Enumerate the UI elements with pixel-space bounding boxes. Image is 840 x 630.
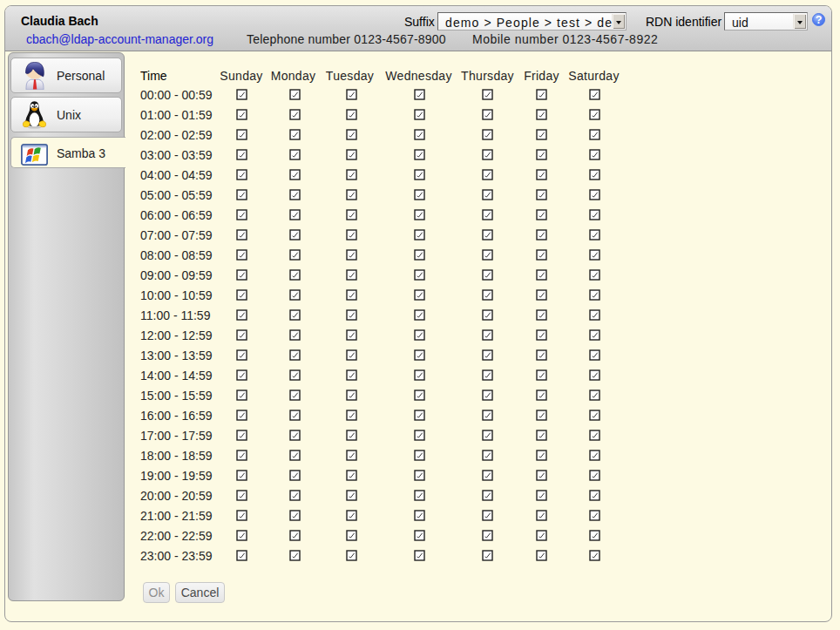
svg-text:?: ?	[816, 13, 823, 25]
